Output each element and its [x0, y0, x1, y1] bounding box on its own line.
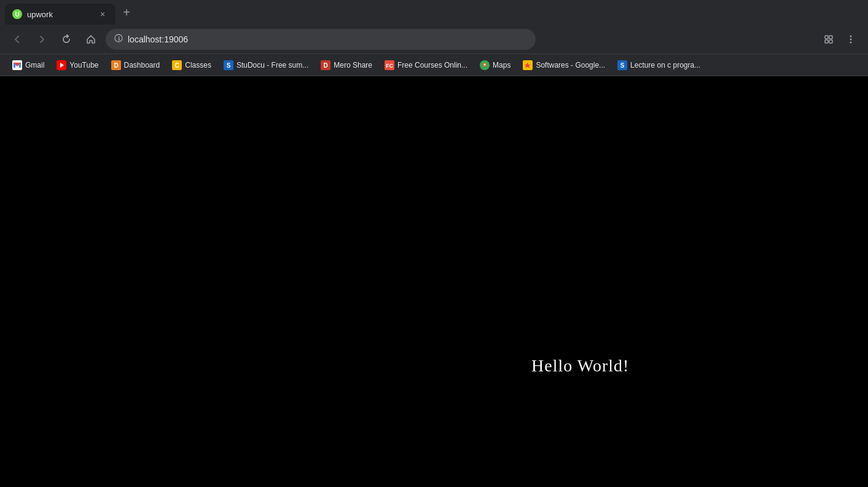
- address-text: localhost:19006: [128, 34, 188, 44]
- address-host: localhost:19006: [128, 34, 188, 44]
- svg-text:U: U: [15, 11, 19, 18]
- tab-favicon: U: [12, 9, 22, 19]
- svg-point-25: [484, 63, 486, 65]
- svg-rect-7: [829, 40, 832, 43]
- reload-button[interactable]: [57, 30, 76, 49]
- classes-favicon: C: [172, 60, 182, 70]
- title-bar: U upwork × +: [0, 0, 868, 25]
- classes-label: Classes: [185, 61, 211, 69]
- dashboard-favicon: D: [111, 60, 121, 70]
- dashboard-label: Dashboard: [124, 61, 160, 69]
- meroshare-label: Mero Share: [334, 61, 372, 69]
- bookmarks-bar: GmailYouTubeDDashboardCClassesSStuDocu -…: [0, 54, 868, 76]
- bookmark-item-softwares[interactable]: Softwares - Google...: [518, 58, 610, 73]
- maps-favicon: [480, 60, 490, 70]
- menu-button[interactable]: [841, 30, 861, 49]
- svg-text:FC: FC: [386, 63, 393, 69]
- bookmark-item-youtube[interactable]: YouTube: [52, 58, 103, 73]
- svg-point-10: [850, 41, 852, 43]
- bookmark-item-gmail[interactable]: Gmail: [7, 58, 49, 73]
- svg-rect-6: [825, 40, 828, 43]
- softwares-label: Softwares - Google...: [536, 61, 605, 69]
- youtube-label: YouTube: [69, 61, 98, 69]
- toolbar: ℹ localhost:19006: [0, 25, 868, 54]
- gmail-label: Gmail: [25, 61, 44, 69]
- toolbar-right: [819, 30, 861, 49]
- address-bar[interactable]: ℹ localhost:19006: [106, 29, 536, 50]
- security-icon: ℹ: [114, 34, 123, 44]
- freecourses-label: Free Courses Onlin...: [397, 61, 467, 69]
- svg-text:D: D: [114, 62, 118, 69]
- studocu-favicon: S: [224, 60, 233, 70]
- page-content: Hello World!: [0, 76, 868, 487]
- youtube-favicon: [57, 60, 66, 70]
- hello-world-heading: Hello World!: [531, 356, 629, 376]
- new-tab-button[interactable]: +: [118, 4, 135, 21]
- studocu-label: StuDocu - Free sum...: [237, 61, 308, 69]
- bookmark-item-studocu[interactable]: SStuDocu - Free sum...: [219, 58, 313, 73]
- softwares-favicon: [523, 60, 533, 70]
- lecture-favicon: S: [617, 60, 627, 70]
- svg-point-8: [850, 35, 852, 37]
- svg-text:ℹ: ℹ: [118, 36, 120, 42]
- bookmark-item-freecourses[interactable]: FCFree Courses Onlin...: [380, 58, 472, 73]
- svg-rect-4: [825, 36, 828, 39]
- active-tab[interactable]: U upwork ×: [5, 4, 115, 25]
- bookmark-item-lecture[interactable]: SLecture on c progra...: [612, 58, 705, 73]
- freecourses-favicon: FC: [385, 60, 394, 70]
- bookmark-item-dashboard[interactable]: DDashboard: [106, 58, 165, 73]
- tab-close-button[interactable]: ×: [97, 9, 108, 20]
- maps-label: Maps: [493, 61, 510, 69]
- svg-point-9: [850, 38, 852, 40]
- svg-rect-5: [829, 36, 832, 39]
- tab-strip: U upwork × +: [5, 0, 863, 25]
- meroshare-favicon: D: [321, 60, 330, 70]
- lecture-label: Lecture on c progra...: [630, 61, 700, 69]
- svg-text:S: S: [227, 62, 231, 69]
- forward-button[interactable]: [32, 30, 52, 49]
- extensions-button[interactable]: [819, 30, 839, 49]
- svg-text:C: C: [175, 62, 179, 69]
- svg-text:D: D: [324, 62, 328, 69]
- tab-title: upwork: [27, 10, 92, 19]
- back-button[interactable]: [7, 30, 27, 49]
- bookmark-item-meroshare[interactable]: DMero Share: [316, 58, 377, 73]
- gmail-favicon: [12, 60, 22, 70]
- bookmark-item-maps[interactable]: Maps: [475, 58, 515, 73]
- home-button[interactable]: [81, 30, 101, 49]
- bookmark-item-classes[interactable]: CClasses: [167, 58, 216, 73]
- svg-text:S: S: [620, 62, 625, 69]
